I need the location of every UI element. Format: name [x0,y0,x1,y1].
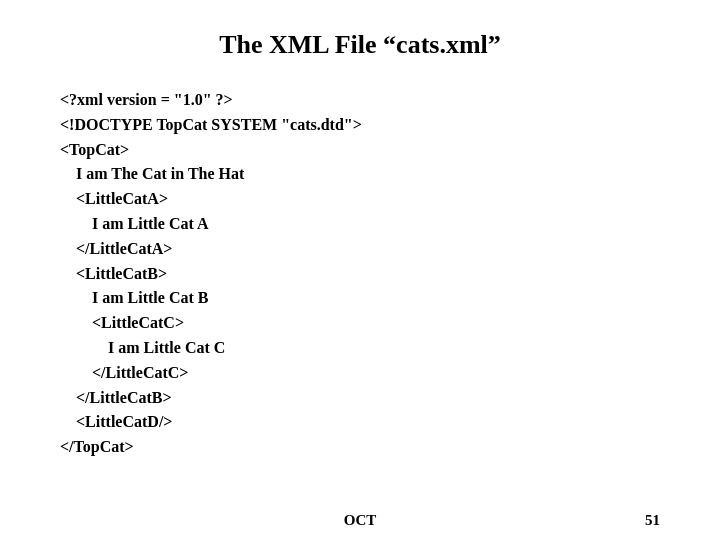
xml-line: I am Little Cat B [60,286,660,311]
xml-line: </LittleCatB> [60,386,660,411]
footer-label: OCT [344,512,377,529]
xml-line: </TopCat> [60,435,660,460]
xml-line: <LittleCatD/> [60,410,660,435]
slide-container: The XML File “cats.xml” <?xml version = … [0,0,720,540]
xml-line: I am The Cat in The Hat [60,162,660,187]
xml-content: <?xml version = "1.0" ?><!DOCTYPE TopCat… [60,88,660,460]
xml-line: <?xml version = "1.0" ?> [60,88,660,113]
xml-line: </LittleCatC> [60,361,660,386]
xml-line: <LittleCatA> [60,187,660,212]
xml-line: <TopCat> [60,138,660,163]
xml-line: I am Little Cat A [60,212,660,237]
xml-line: <LittleCatB> [60,262,660,287]
slide-title: The XML File “cats.xml” [60,30,660,60]
footer-page: 51 [645,512,660,529]
xml-line: <!DOCTYPE TopCat SYSTEM "cats.dtd"> [60,113,660,138]
xml-line: I am Little Cat C [60,336,660,361]
xml-line: </LittleCatA> [60,237,660,262]
xml-line: <LittleCatC> [60,311,660,336]
